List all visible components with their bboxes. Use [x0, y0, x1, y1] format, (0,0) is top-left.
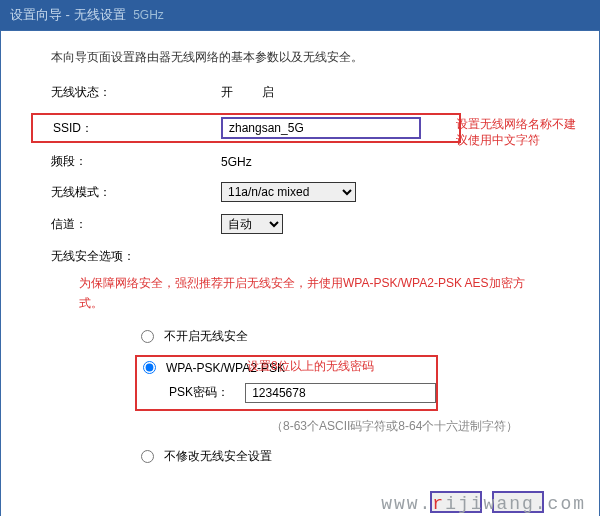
- ssid-row-highlight: SSID：: [31, 113, 461, 143]
- title-sub: 5GHz: [133, 8, 164, 22]
- ssid-input[interactable]: [221, 117, 421, 139]
- channel-row: 信道： 自动: [29, 214, 571, 234]
- mode-select[interactable]: 11a/n/ac mixed: [221, 182, 356, 202]
- button-row: [430, 491, 544, 513]
- content-panel: 本向导页面设置路由器无线网络的基本参数以及无线安全。 无线状态： 开 启 SSI…: [0, 30, 600, 516]
- annotation-ssid: 设置无线网络名称不建议使用中文字符: [456, 116, 586, 148]
- psk-label: PSK密码：: [143, 384, 245, 401]
- ssid-label: SSID：: [53, 120, 221, 137]
- radio-keep[interactable]: [141, 450, 154, 463]
- security-option-keep[interactable]: 不修改无线安全设置: [29, 448, 571, 465]
- security-warning: 为保障网络安全，强烈推荐开启无线安全，并使用WPA-PSK/WPA2-PSK A…: [29, 273, 571, 314]
- radio-wpa[interactable]: [143, 361, 156, 374]
- security-section-label: 无线安全选项：: [29, 248, 571, 265]
- wireless-status-row: 无线状态： 开 启: [29, 84, 571, 101]
- wireless-status-value: 开 启: [221, 84, 287, 101]
- title-bar: 设置向导 - 无线设置 5GHz: [0, 0, 600, 30]
- psk-row: PSK密码：: [143, 383, 436, 403]
- band-label: 频段：: [51, 153, 221, 170]
- channel-label: 信道：: [51, 216, 221, 233]
- next-button[interactable]: [492, 491, 544, 513]
- title-main: 设置向导 - 无线设置: [10, 7, 126, 22]
- channel-select[interactable]: 自动: [221, 214, 283, 234]
- wireless-status-label: 无线状态：: [51, 84, 221, 101]
- band-row: 频段： 5GHz: [29, 153, 571, 170]
- annotation-password: 设置8位以上的无线密码: [247, 358, 374, 375]
- band-value: 5GHz: [221, 155, 252, 169]
- mode-label: 无线模式：: [51, 184, 221, 201]
- security-option-none[interactable]: 不开启无线安全: [29, 328, 571, 345]
- page-description: 本向导页面设置路由器无线网络的基本参数以及无线安全。: [29, 49, 571, 66]
- radio-keep-label: 不修改无线安全设置: [164, 448, 272, 465]
- psk-input[interactable]: [245, 383, 436, 403]
- back-button[interactable]: [430, 491, 482, 513]
- radio-none[interactable]: [141, 330, 154, 343]
- mode-row: 无线模式： 11a/n/ac mixed: [29, 182, 571, 202]
- psk-hint: （8-63个ASCII码字符或8-64个十六进制字符）: [29, 416, 571, 436]
- radio-none-label: 不开启无线安全: [164, 328, 248, 345]
